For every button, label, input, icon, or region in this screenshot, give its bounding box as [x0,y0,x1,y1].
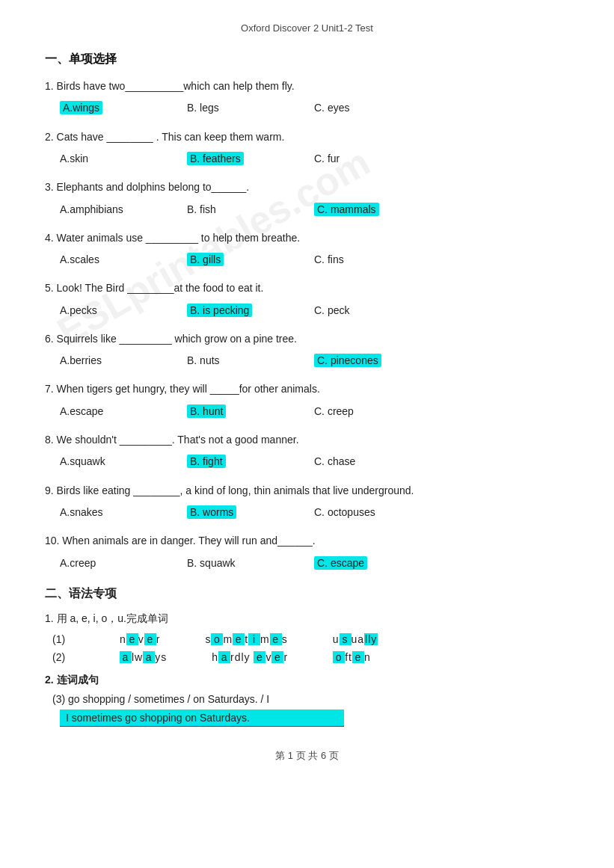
section2-title: 二、语法专项 [45,586,569,602]
fill-consonant: m [223,633,233,645]
option: C. fins [314,250,434,269]
question-block: 8. We shouldn't _________. That's not a … [45,431,569,472]
options-row: A.squawkB. fightC. chase [45,452,569,471]
options-row: A.creepB. squawkC. escape [45,554,569,573]
page-title: Oxford Discover 2 Unit1-2 Test [241,22,373,34]
options-row: A.scalesB. gillsC. fins [45,250,569,269]
highlighted-option: C. escape [314,556,367,570]
grammar-section: 1. 用 a, e, i, o，u.完成单词 (1)neversometimes… [45,612,569,727]
option: A.pecks [60,301,179,320]
highlighted-option: B. hunt [187,404,226,418]
options-row: A.escapeB. huntC. creep [45,402,569,421]
questions-container: 1. Birds have two__________which can hel… [45,78,569,573]
fill-consonant: n [364,651,371,663]
option: A.scales [60,250,179,269]
highlighted-option: B. worms [187,505,236,519]
fill-row: (1)neversometimesusually [45,633,569,645]
question-block: 3. Elephants and dolphins belong to_____… [45,179,569,219]
fill-consonant: u [351,633,358,645]
fill-vowel: e [254,651,265,663]
highlighted-option: C. pinecones [314,354,381,367]
option: C. peck [314,301,434,320]
highlighted-option: B. fight [187,455,226,468]
option: C. fur [314,150,434,168]
highlighted-option: B. is pecking [187,304,252,317]
question-text: 10. When animals are in danger. They wil… [45,532,569,549]
fill-consonant: rdly [230,651,254,663]
option: B. nuts [187,351,307,370]
question-block: 7. When tigers get hungry, they will ___… [45,381,569,421]
fill-vowel: i [248,633,260,645]
option: B. gills [187,250,307,269]
options-row: A.skinB. feathersC. fur [45,150,569,168]
question-block: 9. Birds like eating ________, a kind of… [45,482,569,523]
fill-vowel: a [143,651,155,663]
fill-consonant: s [282,633,288,645]
option: C. mammals [314,200,434,219]
fill-consonant: lw [132,651,143,663]
option: B. feathers [187,150,307,168]
fill-vowel: e [144,633,156,645]
option: C. chase [314,452,434,471]
fill-vowel: s [340,633,351,645]
question-text: 9. Birds like eating ________, a kind of… [45,482,569,499]
option: C. creep [314,402,434,421]
fill-rows-container: (1)neversometimesusually(2)alwayshardly … [45,633,569,663]
question-text: 1. Birds have two__________which can hel… [45,78,569,94]
section1-title: 一、单项选择 [45,52,569,67]
option: B. is pecking [187,301,307,320]
fill-row-num: (1) [52,633,75,645]
option: B. legs [187,99,307,117]
fill-consonant: s [205,633,211,645]
fill-consonant: u [333,633,340,645]
question-block: 2. Cats have ________ . This can keep th… [45,129,569,169]
highlighted-option: B. gills [187,253,224,266]
fill-vowel: e [126,633,138,645]
question-text: 3. Elephants and dolphins belong to_____… [45,179,569,195]
fill-item: usually [333,633,378,645]
options-row: A.berriesB. nutsC. pinecones [45,351,569,370]
fill-item: sometimes [205,633,287,645]
fill-vowel: a [218,651,230,663]
options-row: A.amphibiansB. fishC. mammals [45,200,569,219]
options-row: A.snakesB. wormsC. octopuses [45,503,569,522]
subsection2-title: 2. 连词成句 [45,674,569,687]
answer-block: I sometimes go shopping on Saturdays. [45,710,569,727]
option: A.squawk [60,452,179,471]
fill-vowel: o [211,633,223,645]
question-text: 8. We shouldn't _________. That's not a … [45,431,569,448]
fill-consonant: m [260,633,270,645]
fill-vowel: e [233,633,245,645]
option: A.skin [60,150,179,168]
highlighted-option: A.wings [60,101,102,114]
option: C. eyes [314,99,434,117]
options-row: A.pecksB. is peckingC. peck [45,301,569,320]
option: B. squawk [187,554,307,573]
option: B. hunt [187,402,307,421]
question-block: 5. Look! The Bird ________at the food to… [45,280,569,320]
fill-consonant: n [120,633,126,645]
question-block: 6. Squirrels like _________ which grow o… [45,330,569,371]
option: A.escape [60,402,179,421]
fill-item: hardly ever [212,651,288,663]
sentence-questions: (3) go shopping / sometimes / on Saturda… [45,693,569,727]
question-text: 2. Cats have ________ . This can keep th… [45,129,569,145]
highlighted-option: C. mammals [314,203,379,216]
fill-item: never [120,633,160,645]
fill-consonant: ys [155,651,167,663]
fill-vowel: a [120,651,132,663]
option: A.wings [60,99,179,117]
page-header: Oxford Discover 2 Unit1-2 Test [45,22,569,34]
answer-line: I sometimes go shopping on Saturdays. [60,710,344,727]
sentence-question-text: (3) go shopping / sometimes / on Saturda… [45,693,569,705]
option: B. worms [187,503,307,522]
option: B. fish [187,200,307,219]
option: C. octopuses [314,503,434,522]
fill-item: always [120,651,167,663]
option: A.amphibians [60,200,179,219]
fill-vowel: e [352,651,364,663]
question-block: 1. Birds have two__________which can hel… [45,78,569,118]
fill-vowel: lly [364,633,378,645]
option: A.snakes [60,503,179,522]
option: C. pinecones [314,351,434,370]
